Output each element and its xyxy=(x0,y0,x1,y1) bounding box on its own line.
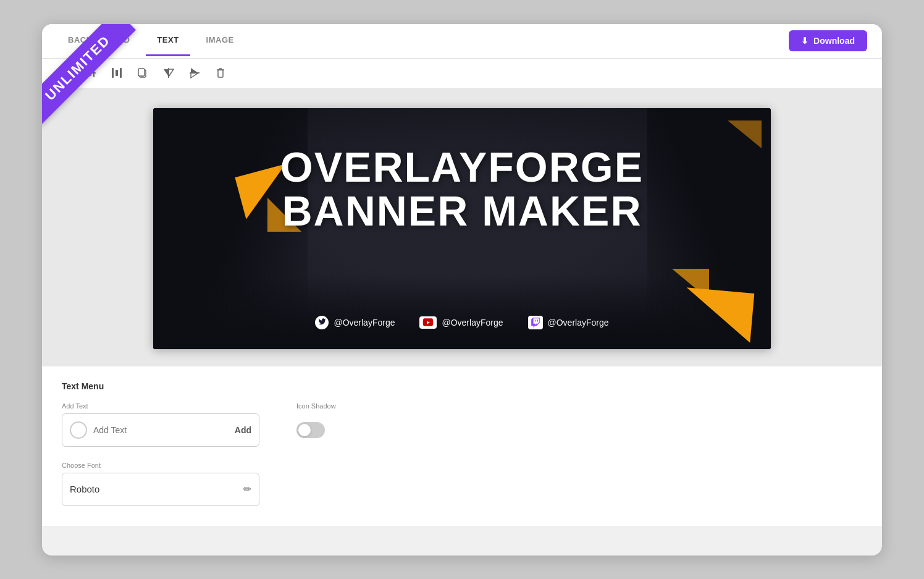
svg-rect-1 xyxy=(60,72,70,74)
main-card: UNLIMITED BACKGROUND TEXT IMAGE ⬇ Downlo… xyxy=(42,24,882,556)
twitch-handle: @OverlayForge xyxy=(548,318,609,328)
add-text-group: Add Text Add xyxy=(62,402,259,447)
svg-rect-7 xyxy=(112,68,114,78)
svg-rect-0 xyxy=(60,69,67,70)
icon-shadow-toggle[interactable] xyxy=(296,422,325,438)
icon-shadow-group: Icon Shadow xyxy=(296,402,494,447)
social-youtube: @OverlayForge xyxy=(419,316,503,329)
svg-rect-11 xyxy=(138,69,145,76)
distribute-icon[interactable] xyxy=(109,65,125,81)
svg-rect-2 xyxy=(60,75,66,77)
text-color-swatch[interactable] xyxy=(70,421,87,439)
download-label: Download xyxy=(813,36,855,46)
tab-text[interactable]: TEXT xyxy=(146,25,190,56)
banner-canvas[interactable]: OVERLAYFORGE BANNER MAKER @OverlayForge xyxy=(153,108,771,349)
svg-marker-12 xyxy=(164,69,169,77)
align-left-icon[interactable] xyxy=(57,65,73,81)
font-input-wrap: ✏ xyxy=(62,473,259,506)
svg-rect-8 xyxy=(120,68,122,78)
toolbar xyxy=(42,59,882,88)
banner-text-container: OVERLAYFORGE BANNER MAKER xyxy=(153,145,771,234)
font-input[interactable] xyxy=(70,484,243,494)
section-title: Text Menu xyxy=(62,381,862,391)
social-twitter: @OverlayForge xyxy=(315,316,395,329)
align-center-v-icon[interactable] xyxy=(83,65,99,81)
choose-font-group: Choose Font ✏ xyxy=(62,462,259,506)
social-twitch: @OverlayForge xyxy=(528,316,609,329)
svg-rect-9 xyxy=(116,70,118,76)
icon-shadow-label: Icon Shadow xyxy=(296,402,494,410)
toggle-thumb xyxy=(298,424,311,436)
youtube-icon xyxy=(419,316,437,329)
canvas-area: OVERLAYFORGE BANNER MAKER @OverlayForge xyxy=(42,88,882,366)
svg-marker-13 xyxy=(169,69,174,77)
add-text-button[interactable]: Add xyxy=(235,425,251,435)
add-text-input[interactable] xyxy=(93,425,229,435)
tab-image[interactable]: IMAGE xyxy=(195,25,245,56)
banner-title-line1: OVERLAYFORGE xyxy=(280,145,644,189)
flip-h-icon[interactable] xyxy=(161,65,177,81)
pencil-icon[interactable]: ✏ xyxy=(243,483,251,495)
tab-bar: BACKGROUND TEXT IMAGE ⬇ Download xyxy=(42,24,882,59)
twitch-icon xyxy=(528,316,543,329)
twitter-handle: @OverlayForge xyxy=(334,318,395,328)
bottom-panel: Text Menu Add Text Add Icon Shadow xyxy=(42,366,882,526)
delete-icon[interactable] xyxy=(212,65,229,81)
choose-font-label: Choose Font xyxy=(62,462,259,469)
banner-title-line2: BANNER MAKER xyxy=(282,189,642,233)
svg-rect-18 xyxy=(218,70,223,77)
flip-v-icon[interactable] xyxy=(187,65,203,81)
add-text-input-wrap: Add xyxy=(62,413,259,447)
copy-icon[interactable] xyxy=(135,65,151,81)
tab-background[interactable]: BACKGROUND xyxy=(57,25,141,56)
svg-marker-16 xyxy=(191,73,198,78)
social-bar: @OverlayForge @OverlayForge xyxy=(153,316,771,329)
add-text-label: Add Text xyxy=(62,402,259,410)
download-icon: ⬇ xyxy=(801,36,808,46)
youtube-handle: @OverlayForge xyxy=(442,318,503,328)
svg-marker-15 xyxy=(191,68,198,73)
download-button[interactable]: ⬇ Download xyxy=(789,30,867,51)
twitter-icon xyxy=(315,316,329,329)
